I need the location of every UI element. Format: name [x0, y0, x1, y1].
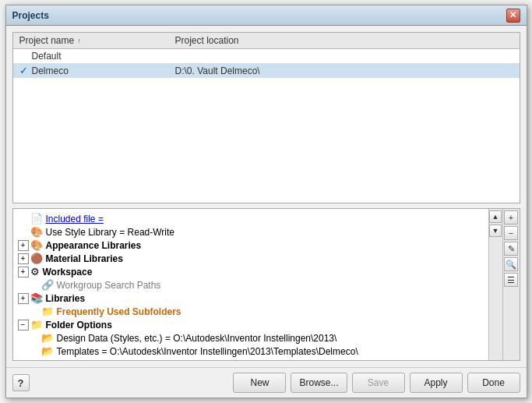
- remove-button[interactable]: −: [504, 226, 518, 240]
- scroll-up-button[interactable]: ▲: [489, 210, 502, 223]
- row-name: Delmeco: [32, 65, 175, 76]
- side-action-buttons: + − ✎ 🔍 ☰: [502, 209, 520, 360]
- list-item: 📂 Content Center Files = .\Content Cente…: [26, 358, 487, 360]
- scroll-down-button[interactable]: ▼: [489, 224, 502, 237]
- tree-label: Use Style Library = Read-Write: [46, 227, 175, 238]
- table-row[interactable]: Default: [13, 49, 520, 63]
- workspace-icon: ⚙: [30, 266, 40, 278]
- workgroup-icon: 🔗: [41, 279, 54, 291]
- new-button[interactable]: New: [233, 373, 286, 393]
- subfolders-icon: 📁: [41, 306, 54, 317]
- apply-button[interactable]: Apply: [410, 373, 463, 393]
- table-header: Project name ↑ Project location: [13, 33, 520, 49]
- tree-label: Content Center Files = .\Content Center\: [57, 359, 224, 361]
- expander[interactable]: +: [18, 240, 29, 251]
- list-item[interactable]: + 📚 Libraries: [15, 292, 487, 305]
- tree-label: Libraries: [46, 293, 86, 304]
- material-icon: 🟤: [30, 253, 43, 264]
- style-icon: 🎨: [30, 226, 43, 238]
- col-name-header: Project name ↑: [19, 35, 175, 46]
- project-details-panel: 📄 Included file = 🎨 Use Style Library = …: [12, 208, 520, 361]
- tree-label: Frequently Used Subfolders: [57, 306, 181, 317]
- list-item[interactable]: + 🟤 Material Libraries: [15, 252, 487, 265]
- action-buttons: New Browse... Save Apply Done: [233, 373, 520, 393]
- tree-label: Material Libraries: [46, 253, 123, 264]
- file-icon: 📄: [30, 213, 43, 224]
- tree-label: Workgroup Search Paths: [57, 280, 161, 291]
- browse-button[interactable]: Browse...: [291, 373, 347, 393]
- add-button[interactable]: +: [504, 210, 518, 224]
- list-item[interactable]: + 🎨 Appearance Libraries: [15, 239, 487, 252]
- list-item[interactable]: − 📁 Folder Options: [15, 318, 487, 331]
- list-item: 🔗 Workgroup Search Paths: [26, 278, 487, 292]
- projects-table: Project name ↑ Project location Default …: [12, 32, 520, 203]
- libraries-icon: 📚: [30, 292, 43, 304]
- folder-icon: 📂: [41, 332, 54, 344]
- tree-label: Folder Options: [46, 320, 112, 331]
- expander[interactable]: +: [18, 293, 29, 304]
- zoom-button[interactable]: 🔍: [504, 257, 518, 271]
- title-bar: Projects ✕: [6, 5, 527, 26]
- list-item[interactable]: 📄 Included file =: [15, 212, 487, 225]
- expander[interactable]: +: [18, 267, 29, 278]
- folder-options-icon: 📁: [30, 319, 43, 331]
- table-body: Default ✓ Delmeco D:\0. Vault Delmeco\: [13, 49, 520, 203]
- expander[interactable]: +: [18, 253, 29, 264]
- list-item: 📁 Frequently Used Subfolders: [26, 305, 487, 318]
- list-item: 📂 Templates = O:\Autodesk\Inventor Inste…: [26, 345, 487, 358]
- appearance-icon: 🎨: [30, 239, 43, 251]
- tree-content: 📄 Included file = 🎨 Use Style Library = …: [13, 209, 488, 360]
- sort-arrow: ↑: [77, 37, 81, 45]
- tree-label[interactable]: Included file =: [46, 214, 104, 224]
- row-name: Default: [32, 51, 175, 62]
- dialog-title: Projects: [12, 10, 49, 21]
- scroll-controls: ▲ ▼: [488, 209, 502, 360]
- tree-label: Design Data (Styles, etc.) = O:\Autodesk…: [57, 333, 337, 344]
- list-item: 🎨 Use Style Library = Read-Write: [15, 225, 487, 239]
- row-check: ✓: [19, 65, 32, 76]
- bottom-bar: ? New Browse... Save Apply Done: [6, 367, 527, 398]
- done-button[interactable]: Done: [467, 373, 520, 393]
- help-button[interactable]: ?: [12, 374, 30, 391]
- save-button[interactable]: Save: [352, 373, 405, 393]
- close-button[interactable]: ✕: [506, 9, 520, 23]
- projects-dialog: Projects ✕ Project name ↑ Project locati…: [5, 5, 527, 398]
- options-button[interactable]: ☰: [504, 273, 518, 287]
- tree-label: Appearance Libraries: [46, 240, 142, 251]
- row-location: D:\0. Vault Delmeco\: [175, 65, 513, 76]
- folder-icon: 📂: [41, 359, 54, 360]
- tree-label: Workspace: [43, 267, 93, 278]
- table-row[interactable]: ✓ Delmeco D:\0. Vault Delmeco\: [13, 63, 520, 78]
- dialog-content: Project name ↑ Project location Default …: [6, 26, 527, 367]
- list-item: 📂 Design Data (Styles, etc.) = O:\Autode…: [26, 331, 487, 345]
- col-location-header: Project location: [175, 35, 513, 46]
- expander[interactable]: −: [18, 320, 29, 331]
- edit-button[interactable]: ✎: [504, 242, 518, 256]
- list-item[interactable]: + ⚙ Workspace: [15, 265, 487, 278]
- tree-label: Templates = O:\Autodesk\Inventor Instell…: [57, 346, 358, 357]
- folder-icon: 📂: [41, 345, 54, 357]
